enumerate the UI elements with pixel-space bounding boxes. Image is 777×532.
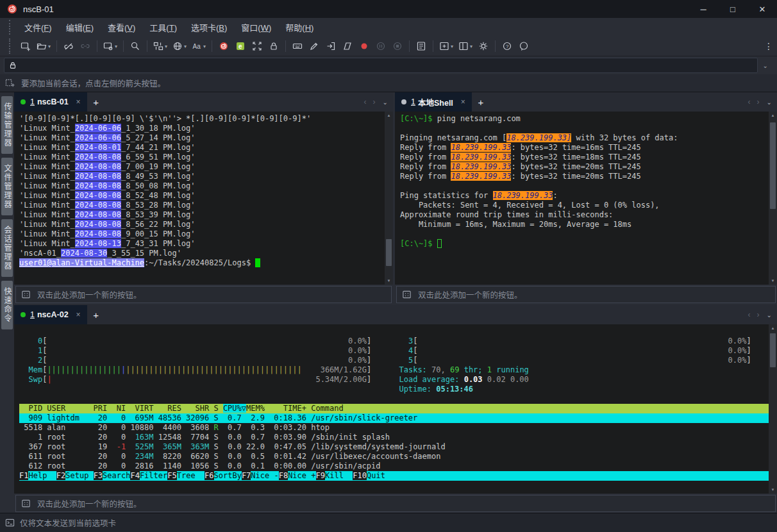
scrollbar-thumb[interactable]	[386, 239, 392, 266]
menubar-grip[interactable]	[9, 20, 12, 35]
terminal-line: Mem[||||||||||||||||||||||||||||||||||||…	[19, 365, 769, 375]
help-button[interactable]: ?	[499, 38, 515, 54]
tab-scroll-right-icon[interactable]: ›	[757, 97, 760, 106]
globe-encoding-button[interactable]: ▾	[171, 38, 188, 54]
menu-item-f[interactable]: 文件(F)	[17, 19, 59, 36]
fullscreen-button[interactable]	[249, 38, 265, 54]
tab-list-chevron-icon[interactable]: ⌄	[767, 99, 772, 106]
scrollbar-thumb[interactable]	[770, 122, 776, 209]
stop-button[interactable]	[390, 38, 405, 54]
tab-list-chevron-icon[interactable]: ⌄	[383, 99, 388, 106]
tile-layout-button[interactable]: ▾	[456, 38, 474, 54]
scrollbar-track[interactable]	[385, 119, 393, 277]
quick-button-bar-left[interactable]: 双击此处添加一个新的按钮。	[15, 286, 392, 303]
font-button[interactable]: Aa▾	[190, 38, 208, 54]
tab-nscB-01[interactable]: 1 nscB-01 ×	[14, 92, 87, 112]
new-file-transfer-button[interactable]: ▾	[151, 38, 169, 54]
scroll-up-icon[interactable]: ▲	[387, 112, 391, 119]
scrollbar-track[interactable]	[769, 119, 777, 277]
xftp-app-button[interactable]: e	[233, 38, 248, 54]
sidebar-tab-2[interactable]: 文件管理器	[1, 158, 13, 215]
sidebar-tab-4[interactable]: 快速命令	[1, 281, 13, 329]
terminal-line: PID USER PRI NI VIRT RES SHR S CPU%▽MEM%…	[19, 404, 769, 413]
dropdown-chevron-icon[interactable]: ▾	[451, 44, 453, 49]
menu-item-w[interactable]: 窗口(W)	[234, 19, 278, 36]
tab-scroll-left-icon[interactable]: ‹	[748, 97, 751, 106]
feedback-button[interactable]	[516, 38, 531, 54]
tab-local-shell[interactable]: 1 本地Shell ×	[395, 92, 472, 112]
toolbar-separator	[56, 40, 57, 52]
disconnect-button[interactable]	[61, 38, 76, 54]
terminal-nscB-01[interactable]: '[0-9][0-9]*[.][0-9][0-9] \'$'\n''> *[.]…	[14, 112, 393, 285]
search-button[interactable]	[128, 38, 143, 54]
close-button[interactable]: ✕	[748, 0, 777, 18]
compose-button[interactable]	[306, 38, 322, 54]
scroll-up-icon[interactable]: ▲	[771, 112, 775, 119]
new-session-button[interactable]	[18, 38, 33, 54]
tab-title: 本地Shell	[418, 96, 453, 108]
dropdown-chevron-icon[interactable]: ▾	[165, 44, 167, 49]
address-dropdown-chevron[interactable]: ⌄	[758, 62, 773, 69]
scroll-down-icon[interactable]: ▼	[387, 277, 391, 285]
terminal-line: 'Linux Mint_2024-06-06_1_30_18 PM.log'	[19, 124, 385, 133]
session-arrow-bar[interactable]: 要添加当前会话，点击左侧的箭头按钮。	[0, 74, 777, 92]
terminal-line: 'Linux Mint_2024-08-08_8_53_28 PM.log'	[19, 201, 385, 210]
new-tab-button[interactable]: +	[87, 305, 105, 324]
dropdown-chevron-icon[interactable]: ▾	[184, 44, 187, 49]
reconnect-button[interactable]	[78, 38, 93, 54]
session-properties-button[interactable]: ▾	[101, 38, 119, 54]
scroll-up-icon[interactable]: ▲	[771, 324, 775, 332]
tab-nscA-02[interactable]: 1 nscA-02 ×	[14, 305, 87, 324]
paste-button[interactable]	[340, 38, 355, 54]
new-tab-button[interactable]: +	[472, 92, 490, 112]
scrollbar-track[interactable]	[769, 332, 777, 486]
scroll-down-icon[interactable]: ▼	[771, 486, 775, 494]
tab-close-icon[interactable]: ×	[76, 97, 81, 106]
tab-scroll-left-icon[interactable]: ‹	[748, 310, 751, 319]
terminal-nscA-02[interactable]: 0[ 0.0%] 3[ 0.0%] 1[	[14, 324, 777, 494]
login-script-button[interactable]	[323, 38, 338, 54]
menu-item-h[interactable]: 帮助(H)	[278, 19, 321, 36]
scrollbar-bottom-terminal[interactable]: ▲ ▼	[769, 324, 777, 494]
quick-button-bar-right[interactable]: 双击此处添加一个新的按钮。	[396, 286, 776, 303]
tab-scroll-left-icon[interactable]: ‹	[364, 97, 367, 106]
toolbar-separator	[212, 40, 212, 52]
menu-item-v[interactable]: 查看(V)	[101, 19, 142, 36]
tab-scroll-right-icon[interactable]: ›	[757, 310, 760, 319]
new-tab-button[interactable]: +	[87, 92, 105, 112]
dropdown-chevron-icon[interactable]: ▾	[115, 44, 117, 49]
toolbar-grip[interactable]	[9, 38, 12, 54]
tab-close-icon[interactable]: ×	[461, 97, 465, 106]
new-tab-button[interactable]: ▾	[437, 38, 455, 54]
menu-item-e[interactable]: 编辑(E)	[59, 19, 101, 36]
scrollbar-left-terminal[interactable]: ▲ ▼	[385, 112, 393, 285]
virtual-keyboard-button[interactable]	[290, 38, 305, 54]
minimize-button[interactable]: ─	[689, 0, 718, 18]
sidebar-tab-3[interactable]: 会话管理器	[1, 219, 13, 277]
tab-scroll-right-icon[interactable]: ›	[373, 97, 376, 106]
toolbar-overflow-button[interactable]: ⋮	[764, 41, 773, 51]
tab-list-chevron-icon[interactable]: ⌄	[767, 312, 772, 319]
lock-screen-button[interactable]	[266, 38, 281, 54]
menu-item-b[interactable]: 选项卡(B)	[184, 19, 234, 36]
session-status-dot	[401, 99, 406, 104]
tab-close-icon[interactable]: ×	[76, 310, 81, 319]
quick-button-bar-bottom[interactable]: 双击此处添加一个新的按钮。	[15, 495, 776, 512]
record-button[interactable]	[356, 38, 372, 54]
xshell-app-button[interactable]	[216, 38, 231, 54]
scrollbar-thumb[interactable]	[770, 333, 776, 367]
maximize-button[interactable]: □	[718, 0, 748, 18]
pause-button[interactable]	[373, 38, 388, 54]
dropdown-chevron-icon[interactable]: ▾	[48, 44, 51, 49]
sidebar-tab-1[interactable]: 传输管理器	[1, 96, 13, 154]
dropdown-chevron-icon[interactable]: ▾	[470, 44, 472, 49]
address-field[interactable]	[4, 58, 758, 73]
settings-gear-button[interactable]	[476, 38, 491, 54]
scroll-down-icon[interactable]: ▼	[771, 277, 775, 285]
scrollbar-right-terminal[interactable]: ▲ ▼	[769, 112, 777, 285]
dropdown-chevron-icon[interactable]: ▾	[203, 44, 206, 49]
terminal-local-shell[interactable]: [C:\~]$ ping netsarang.com Pinging netsa…	[395, 112, 777, 285]
open-session-button[interactable]: ▾	[35, 38, 53, 54]
session-notes-button[interactable]	[414, 38, 429, 54]
menu-item-t[interactable]: 工具(T)	[142, 19, 184, 36]
